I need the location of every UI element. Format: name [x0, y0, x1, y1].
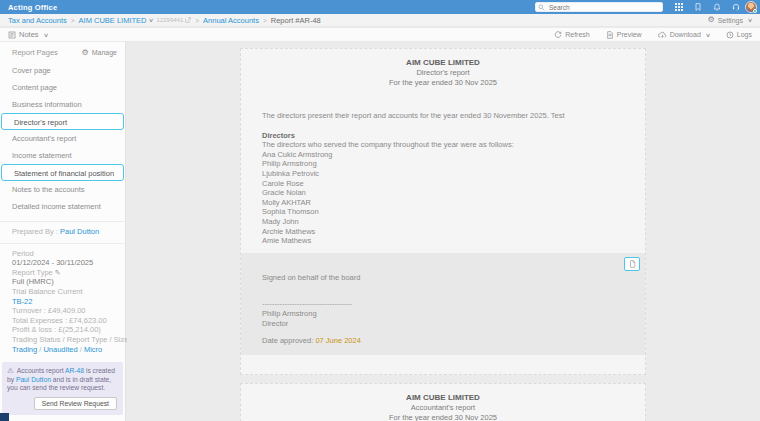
status-separator: /: [80, 345, 82, 354]
apps-grid-icon[interactable]: [675, 3, 683, 11]
company-number: 12299441: [157, 17, 192, 23]
report-pages-sidebar: Report Pages ⚙ Manage Cover page Content…: [0, 42, 126, 421]
breadcrumb-tax-and-accounts[interactable]: Tax and Accounts: [8, 16, 67, 25]
notifications-bell-icon[interactable]: [713, 3, 721, 11]
preview-button[interactable]: Preview: [606, 31, 642, 39]
directors-report-page: AIM CUBE LIMITED Director's report For t…: [240, 48, 646, 375]
external-link-icon: [185, 17, 191, 23]
breadcrumb-company[interactable]: AIM CUBE LIMITED: [79, 16, 147, 25]
search-icon: [538, 4, 545, 11]
manage-pages-button[interactable]: ⚙ Manage: [82, 49, 117, 57]
app-title: Acting Office: [0, 3, 57, 12]
director-name: Archie Mathews: [262, 227, 624, 237]
signatory-role: Director: [262, 319, 624, 329]
settings-button[interactable]: ⚙ Settings ∨: [708, 16, 753, 24]
sidebar-item-accountants-report[interactable]: Accountant's report: [0, 130, 125, 147]
bookmark-icon[interactable]: [694, 3, 702, 11]
page1-company-name: AIM CUBE LIMITED: [241, 58, 645, 68]
draft-review-notice: ⚠Accounts report AR-48 is created by Pau…: [2, 362, 123, 415]
directors-intro: The directors who served the company thr…: [262, 140, 624, 150]
search-input[interactable]: [535, 2, 663, 12]
gear-icon: ⚙: [82, 49, 89, 57]
gear-icon: ⚙: [708, 16, 715, 24]
chevron-down-icon: ∨: [747, 17, 753, 23]
signed-section: Signed on behalf of the board ----------…: [241, 253, 645, 355]
status-label: Trading Status / Report Type / Size: [12, 335, 117, 345]
director-name: Sophia Thomson: [262, 207, 624, 217]
send-review-request-button[interactable]: Send Review Request: [34, 397, 117, 410]
breadcrumb-separator: >: [195, 17, 199, 24]
author-link[interactable]: Paul Dutton: [16, 376, 51, 383]
sidebar-item-income-statement[interactable]: Income statement: [0, 147, 125, 164]
signature-line: ------------------------------------: [262, 299, 624, 309]
sidebar-item-statement-of-financial-position[interactable]: Statement of financial position: [1, 164, 124, 181]
prepared-by-link[interactable]: Paul Dutton: [60, 227, 99, 236]
total-expenses-value: Total Expenses : £74,623.00: [12, 316, 117, 326]
sidebar-item-directors-report[interactable]: Director's report: [1, 113, 124, 130]
date-approved-label: Date approved:: [262, 336, 313, 345]
director-name: Philip Armstrong: [262, 159, 624, 169]
notice-text: Accounts report AR-48 is created by Paul…: [7, 367, 115, 391]
notes-button[interactable]: Notes ∨: [8, 30, 48, 39]
refresh-button[interactable]: Refresh: [554, 31, 590, 39]
report-ar48-link[interactable]: AR-48: [65, 367, 84, 374]
turnover-value: Turnover : £49,409.00: [12, 306, 117, 316]
accountants-report-page: AIM CUBE LIMITED Accountant's report For…: [240, 383, 646, 421]
page2-company-name: AIM CUBE LIMITED: [241, 393, 645, 403]
sidebar-item-notes-to-the-accounts[interactable]: Notes to the accounts: [0, 181, 125, 198]
notes-icon: [8, 31, 16, 39]
directors-heading: Directors: [262, 131, 624, 141]
top-app-bar: Acting Office: [0, 0, 760, 14]
cloud-download-icon: [658, 31, 667, 39]
trading-status-link[interactable]: Trading: [12, 345, 37, 354]
chevron-down-icon[interactable]: ∨: [148, 17, 154, 23]
edit-pencil-icon[interactable]: ✎: [55, 269, 61, 276]
user-avatar[interactable]: [745, 1, 757, 13]
corner-widget[interactable]: [0, 413, 9, 421]
logs-button[interactable]: Logs: [726, 31, 752, 39]
breadcrumb-current-report: Report #AR-48: [271, 16, 321, 25]
headset-icon[interactable]: [732, 3, 740, 11]
report-pages-heading: Report Pages: [12, 48, 58, 57]
breadcrumb-separator: >: [71, 17, 75, 24]
global-search[interactable]: [535, 2, 663, 12]
report-preview-area: AIM CUBE LIMITED Director's report For t…: [127, 42, 760, 421]
director-name: Amie Mathews: [262, 236, 624, 246]
period-label: Period: [12, 249, 117, 259]
date-approved-value[interactable]: 07 June 2024: [315, 336, 360, 345]
breadcrumb-separator: >: [263, 17, 267, 24]
signed-on-behalf-text: Signed on behalf of the board: [262, 273, 624, 283]
page2-title: Accountant's report: [241, 403, 645, 413]
trial-balance-label: Trial Balance Current: [12, 287, 117, 297]
preview-icon: [606, 31, 614, 39]
status-separator: /: [39, 345, 41, 354]
director-name: Molly AKHTAR: [262, 198, 624, 208]
size-link[interactable]: Micro: [84, 345, 102, 354]
page1-title: Director's report: [241, 68, 645, 78]
sidebar-item-cover-page[interactable]: Cover page: [0, 62, 125, 79]
page1-subtitle: For the year ended 30 Nov 2025: [241, 78, 645, 88]
breadcrumb: Tax and Accounts > AIM CUBE LIMITED ∨ 12…: [0, 14, 760, 27]
director-name: Mady John: [262, 217, 624, 227]
director-name: Ana Cukic Armstrong: [262, 150, 624, 160]
sidebar-item-business-information[interactable]: Business information: [0, 96, 125, 113]
breadcrumb-annual-accounts[interactable]: Annual Accounts: [203, 16, 259, 25]
report-toolbar: Notes ∨ Refresh Preview Download ∨ Logs: [0, 28, 760, 42]
divider: [0, 243, 125, 244]
report-type-link[interactable]: Unaudited: [43, 345, 77, 354]
report-details: Period 01/12/2024 - 30/11/2025 Report Ty…: [0, 249, 125, 355]
page2-subtitle: For the year ended 30 Nov 2025: [241, 413, 645, 421]
sidebar-item-detailed-income-statement[interactable]: Detailed income statement: [0, 198, 125, 215]
refresh-icon: [554, 31, 562, 39]
director-name: Carole Rose: [262, 179, 624, 189]
sidebar-item-content-page[interactable]: Content page: [0, 79, 125, 96]
comment-note-button[interactable]: [624, 257, 640, 271]
period-value: 01/12/2024 - 30/11/2025: [12, 258, 117, 268]
divider: [0, 221, 125, 222]
report-type-value: Full (HMRC): [12, 277, 117, 287]
director-name: Gracie Nolan: [262, 188, 624, 198]
trial-balance-link[interactable]: TB-22: [12, 297, 32, 306]
warning-icon: ⚠: [7, 367, 14, 376]
download-button[interactable]: Download ∨: [658, 31, 710, 39]
prepared-by-label: Prepared By :: [12, 227, 58, 236]
